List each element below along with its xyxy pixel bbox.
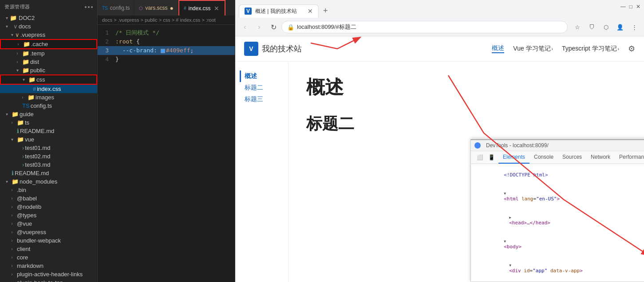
file-tree: ▾ 📁 DOC2 ▾ ∨ docs ▾ ∨ .vuepress › 📁 .cac… [0, 14, 97, 282]
tree-images[interactable]: › 📁 images [0, 93, 97, 102]
tab-favicon: V [245, 8, 252, 15]
explorer-title: 资源管理器 [0, 0, 97, 14]
back-button[interactable]: ‹ [239, 21, 251, 33]
breadcrumb: docs > .vuepress > public > css > # inde… [98, 16, 235, 25]
html-line-head: <head>…</head> [471, 208, 644, 232]
tree-readme1[interactable]: ℹ README.md [0, 127, 97, 135]
refresh-button[interactable]: ↻ [267, 21, 280, 33]
site-nav-links: 概述 Vue 学习笔记 › Typescript 学习笔记 › ⚙ [492, 44, 635, 54]
lock-icon: 🔒 [287, 24, 294, 31]
settings-icon[interactable]: ⚙ [628, 44, 635, 54]
address-bar[interactable]: 🔒 localhost:8099/#标题二 [281, 21, 568, 33]
tree-guide[interactable]: ▾ 📁 guide [0, 110, 97, 118]
inspect-icon[interactable]: ⬜ [474, 152, 485, 163]
close-tab-icon[interactable]: ✕ [213, 5, 220, 12]
shield-icon[interactable]: ⛉ [585, 21, 598, 33]
site-sidebar: 概述 标题二 标题三 [235, 62, 288, 282]
devtools-tab-sources[interactable]: Sources [558, 151, 586, 164]
tree-vuepress2[interactable]: ›@vuepress [0, 228, 97, 236]
tree-configts-file[interactable]: TS config.ts [0, 102, 97, 110]
browser-chrome: — □ ✕ V 概述 | 我的技术站 ✕ + ‹ › ↻ 🔒 localhost… [235, 0, 644, 36]
tree-test01[interactable]: › test01.md [0, 144, 97, 152]
tree-types[interactable]: ›@types [0, 211, 97, 219]
sidebar-link-title2[interactable]: 标题二 [240, 82, 284, 94]
close-icon[interactable]: ✕ [636, 4, 640, 10]
html-panel[interactable]: <!DOCTYPE html> <html lang="en-US"> <hea… [471, 164, 644, 282]
tree-dist[interactable]: › 📁 dist [0, 58, 97, 66]
forward-button[interactable]: › [253, 21, 265, 33]
tree-readme-root[interactable]: ℹ README.md [0, 169, 97, 177]
tree-root[interactable]: ▾ 📁 DOC2 [0, 14, 97, 22]
new-tab-button[interactable]: + [320, 4, 331, 18]
tree-temp[interactable]: › 📁 .temp [0, 49, 97, 58]
sidebar-link-title3[interactable]: 标题三 [240, 94, 284, 105]
tree-css[interactable]: ▾ 📁 css [0, 74, 97, 85]
tree-plugin-back[interactable]: ›plugin-back-to-top [0, 278, 97, 282]
tree-docs[interactable]: ▾ ∨ docs [0, 22, 97, 31]
tree-nodelib[interactable]: ›@nodelib [0, 203, 97, 211]
tree-core[interactable]: ›core [0, 253, 97, 262]
code-editor[interactable]: 1 /* 日间模式 */ 2 :root { 3 --c-brand: #409… [98, 25, 235, 282]
explorer-dots[interactable] [85, 6, 93, 8]
nav-link-vue[interactable]: Vue 学习笔记 › [513, 45, 553, 53]
menu-icon[interactable]: ⋮ [628, 21, 640, 33]
extension-icon[interactable]: ⬡ [600, 21, 612, 33]
devtools-body: <!DOCTYPE html> <html lang="en-US"> <hea… [471, 164, 644, 282]
tree-indexcss[interactable]: # index.css [0, 85, 97, 93]
devtools-tab-performance[interactable]: Performance [615, 151, 644, 164]
html-line-div-app: <div id="app" data-v-app> [471, 256, 644, 280]
article-heading1: 概述 [306, 75, 626, 100]
url-text: localhost:8099/#标题二 [297, 23, 562, 31]
nav-link-overview[interactable]: 概述 [492, 44, 504, 53]
tree-public[interactable]: ▾ 📁 public [0, 66, 97, 74]
profile-icon[interactable]: 👤 [614, 21, 626, 33]
tab-configts[interactable]: TS config.ts [98, 0, 134, 16]
html-line-theme: <div class="theme-container"> [471, 280, 644, 282]
code-line-2: 2 :root { [98, 37, 235, 46]
tree-ts[interactable]: › 📁 ts [0, 118, 97, 127]
tree-plugin-active[interactable]: ›plugin-active-header-links [0, 270, 97, 278]
tree-vuepress[interactable]: ▾ ∨ .vuepress [0, 31, 97, 39]
tree-cache[interactable]: › 📁 .cache [0, 39, 97, 49]
tree-markdown[interactable]: ›markdown [0, 262, 97, 270]
devtools-tab-elements[interactable]: Elements [498, 151, 529, 164]
explorer-title-text: 资源管理器 [4, 4, 30, 10]
browser-nav: ‹ › ↻ 🔒 localhost:8099/#标题二 ☆ ⛉ ⬡ 👤 ⋮ [235, 18, 644, 36]
editor-area: TS config.ts ⬡ vars.scss ● # index.css ✕… [98, 0, 235, 282]
tree-babel[interactable]: ›@babel [0, 194, 97, 203]
sidebar-link-overview[interactable]: 概述 [240, 70, 284, 82]
html-line-body: <body> [471, 232, 644, 256]
minimize-icon[interactable]: — [620, 4, 626, 10]
bookmark-icon[interactable]: ☆ [571, 21, 584, 33]
device-icon[interactable]: 📱 [486, 152, 497, 163]
site-logo-icon: V [244, 42, 258, 56]
tab-indexcss[interactable]: # index.css ✕ [178, 0, 225, 16]
code-line-3: 3 --c-brand: #409eff; [98, 46, 235, 55]
tab-varsscss[interactable]: ⬡ vars.scss ● [134, 0, 178, 16]
tree-client[interactable]: ›client [0, 245, 97, 253]
tree-bundler[interactable]: ›bundler-webpack [0, 236, 97, 245]
devtools-title: DevTools - localhost:8099/ [486, 142, 644, 149]
tree-test03[interactable]: › test03.md [0, 161, 97, 169]
devtools-tab-console[interactable]: Console [529, 151, 558, 164]
devtools-chrome-icon [474, 142, 481, 149]
browser-actions: ☆ ⛉ ⬡ 👤 ⋮ [571, 21, 640, 33]
browser-tab-title: 概述 | 我的技术站 [255, 8, 297, 15]
devtools-tab-network[interactable]: Network [586, 151, 615, 164]
code-line-4: 4 } [98, 55, 235, 64]
html-line-doctype: <!DOCTYPE html> [471, 166, 644, 184]
browser-tab-close-icon[interactable]: ✕ [308, 8, 313, 15]
html-line-html: <html lang="en-US"> [471, 184, 644, 208]
tree-nodemodules[interactable]: ▾ 📁 node_modules [0, 177, 97, 186]
tree-bin[interactable]: ›.bin [0, 186, 97, 194]
nav-link-ts[interactable]: Typescript 学习笔记 › [562, 45, 619, 53]
tree-vue[interactable]: ▾ 📁 vue [0, 135, 97, 144]
browser-window: — □ ✕ V 概述 | 我的技术站 ✕ + ‹ › ↻ 🔒 localhost… [235, 0, 644, 282]
code-line-1: 1 /* 日间模式 */ [98, 28, 235, 37]
tree-test02[interactable]: › test02.md [0, 152, 97, 161]
browser-tabs: — □ ✕ V 概述 | 我的技术站 ✕ + [235, 0, 644, 18]
tree-vue2[interactable]: ›@vue [0, 219, 97, 228]
site-navbar: V 我的技术站 概述 Vue 学习笔记 › Typescript 学习笔记 › … [235, 36, 644, 62]
browser-tab-main[interactable]: V 概述 | 我的技术站 ✕ [239, 4, 319, 18]
maximize-icon[interactable]: □ [629, 4, 632, 10]
